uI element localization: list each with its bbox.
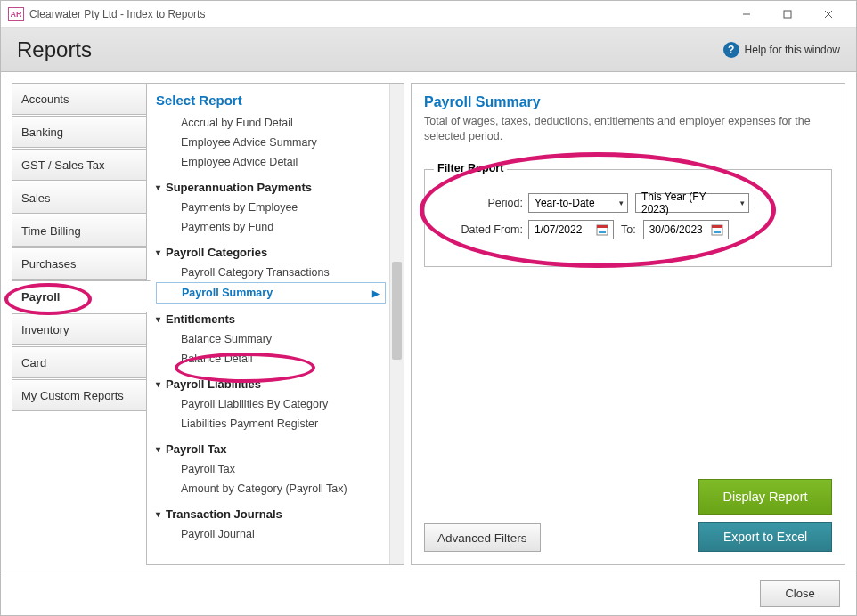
sidebar-tab-accounts[interactable]: Accounts bbox=[12, 83, 147, 115]
page-title: Reports bbox=[17, 37, 92, 62]
sidebar-tab-time-billing[interactable]: Time Billing bbox=[12, 215, 147, 247]
close-button[interactable]: Close bbox=[760, 580, 840, 607]
report-item[interactable]: Balance Detail bbox=[156, 349, 386, 369]
window-title: Clearwater Pty Ltd - Index to Reports bbox=[29, 8, 205, 20]
scrollbar[interactable] bbox=[389, 84, 404, 564]
dated-to-input[interactable]: 30/06/2023 bbox=[643, 220, 729, 239]
sidebar-tab-my-custom-reports[interactable]: My Custom Reports bbox=[12, 379, 147, 411]
calendar-icon[interactable] bbox=[710, 223, 724, 237]
advanced-filters-button[interactable]: Advanced Filters bbox=[424, 523, 541, 552]
report-group-header[interactable]: Superannuation Payments bbox=[156, 181, 386, 194]
report-title: Payroll Summary bbox=[424, 94, 832, 110]
calendar-icon[interactable] bbox=[595, 223, 609, 237]
period-dropdown[interactable]: Year-to-Date bbox=[528, 193, 628, 213]
report-item[interactable]: Payroll Category Transactions bbox=[156, 263, 386, 282]
svg-rect-9 bbox=[714, 231, 721, 233]
select-report-heading: Select Report bbox=[156, 93, 386, 108]
report-item[interactable]: Payments by Fund bbox=[156, 217, 386, 237]
report-item[interactable]: Payments by Employee bbox=[156, 198, 386, 217]
sidebar-tab-purchases[interactable]: Purchases bbox=[12, 247, 147, 280]
minimize-button[interactable] bbox=[726, 1, 767, 28]
scrollbar-thumb[interactable] bbox=[392, 262, 402, 360]
report-description: Total of wages, taxes, deductions, entit… bbox=[424, 114, 832, 144]
report-item[interactable]: Payroll Tax bbox=[156, 459, 386, 479]
report-group-header[interactable]: Payroll Categories bbox=[156, 246, 386, 259]
report-item[interactable]: Liabilities Payment Register bbox=[156, 414, 386, 434]
svg-rect-8 bbox=[712, 225, 722, 228]
export-to-excel-button[interactable]: Export to Excel bbox=[698, 522, 832, 552]
help-icon: ? bbox=[723, 42, 739, 58]
dated-to-label: To: bbox=[621, 223, 636, 236]
page-header: Reports ? Help for this window bbox=[1, 28, 856, 72]
report-list-panel: Select ReportAccrual by Fund DetailEmplo… bbox=[146, 83, 404, 565]
filter-legend: Filter Report bbox=[434, 162, 507, 174]
maximize-button[interactable] bbox=[767, 1, 808, 28]
dated-to-value: 30/06/2023 bbox=[649, 223, 706, 236]
filter-fieldset: Filter Report Period: Year-to-Date This … bbox=[424, 169, 832, 267]
sidebar: AccountsBankingGST / Sales TaxSalesTime … bbox=[12, 83, 147, 412]
dated-from-input[interactable]: 1/07/2022 bbox=[528, 220, 614, 239]
report-item[interactable]: Balance Summary bbox=[156, 329, 386, 349]
sidebar-tab-sales[interactable]: Sales bbox=[12, 182, 147, 214]
help-link[interactable]: ? Help for this window bbox=[723, 42, 840, 58]
svg-rect-5 bbox=[597, 225, 608, 228]
report-group-header[interactable]: Transaction Journals bbox=[156, 507, 386, 521]
window-titlebar: AR Clearwater Pty Ltd - Index to Reports bbox=[1, 1, 856, 28]
sidebar-tab-payroll[interactable]: Payroll bbox=[12, 280, 151, 312]
report-item[interactable]: Payroll Liabilities By Category bbox=[156, 394, 386, 414]
footer: Close bbox=[1, 571, 856, 615]
period-label: Period: bbox=[437, 197, 523, 209]
close-window-button[interactable] bbox=[808, 1, 849, 28]
sidebar-tab-gst-sales-tax[interactable]: GST / Sales Tax bbox=[12, 149, 147, 181]
display-report-button[interactable]: Display Report bbox=[698, 479, 832, 515]
report-item[interactable]: Accrual by Fund Detail bbox=[156, 113, 386, 133]
report-group-header[interactable]: Payroll Liabilities bbox=[156, 377, 386, 391]
report-item[interactable]: Employee Advice Detail bbox=[156, 152, 386, 172]
app-icon: AR bbox=[8, 7, 24, 21]
svg-rect-6 bbox=[599, 231, 606, 233]
dated-from-label: Dated From: bbox=[437, 223, 523, 236]
report-item[interactable]: Employee Advice Summary bbox=[156, 133, 386, 152]
report-item[interactable]: Payroll Journal bbox=[156, 524, 386, 544]
report-item[interactable]: Amount by Category (Payroll Tax) bbox=[156, 479, 386, 498]
help-label: Help for this window bbox=[745, 44, 840, 56]
sidebar-tab-inventory[interactable]: Inventory bbox=[12, 313, 147, 345]
svg-rect-1 bbox=[784, 11, 791, 18]
report-detail-panel: Payroll Summary Total of wages, taxes, d… bbox=[411, 83, 845, 565]
sidebar-tab-card[interactable]: Card bbox=[12, 346, 147, 378]
report-group-header[interactable]: Entitlements bbox=[156, 312, 386, 326]
dated-from-value: 1/07/2022 bbox=[535, 223, 592, 236]
sidebar-tab-banking[interactable]: Banking bbox=[12, 116, 147, 148]
report-item-selected[interactable]: Payroll Summary bbox=[156, 282, 386, 304]
report-group-header[interactable]: Payroll Tax bbox=[156, 442, 386, 456]
fiscal-year-dropdown[interactable]: This Year (FY 2023) bbox=[635, 193, 749, 213]
